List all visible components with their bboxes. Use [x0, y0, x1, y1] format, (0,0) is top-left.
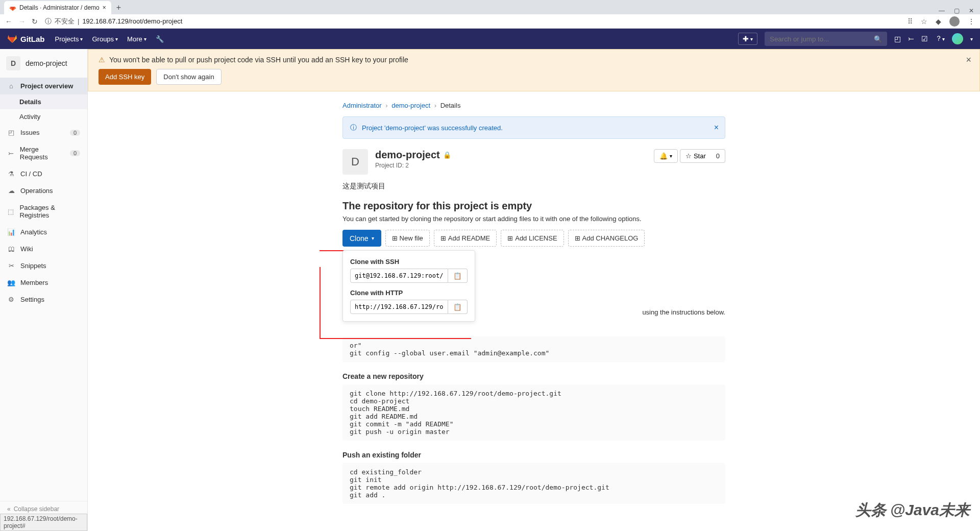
package-icon: ⬚: [7, 208, 15, 215]
copy-http-button[interactable]: 📋: [448, 300, 468, 314]
search-input[interactable]: [770, 35, 874, 43]
home-icon: ⌂: [7, 82, 15, 90]
user-avatar[interactable]: [952, 33, 963, 44]
breadcrumb-admin[interactable]: Administrator: [342, 102, 382, 109]
add-ssh-key-button[interactable]: Add SSH key: [99, 69, 151, 85]
close-window-icon[interactable]: ✕: [969, 7, 974, 14]
sidebar-item-analytics[interactable]: 📊Analytics: [0, 224, 87, 240]
instructions-hint: using the instructions below.: [491, 308, 725, 316]
back-icon[interactable]: ←: [5, 17, 12, 26]
minimize-icon[interactable]: —: [939, 7, 945, 14]
user-menu-caret[interactable]: ▾: [970, 36, 973, 42]
star-button[interactable]: ☆Star: [680, 149, 712, 163]
ssh-key-banner: ⚠ You won't be able to pull or push proj…: [88, 49, 980, 91]
add-license-button[interactable]: ⊞Add LICENSE: [501, 230, 564, 247]
rocket-icon: ⚗: [7, 170, 15, 178]
dont-show-again-button[interactable]: Don't show again: [156, 69, 221, 85]
wrench-icon[interactable]: 🔧: [156, 35, 164, 43]
clone-button[interactable]: Clone▾: [342, 230, 381, 247]
maximize-icon[interactable]: ▢: [954, 7, 960, 14]
notification-button[interactable]: 🔔▾: [654, 149, 678, 163]
insecure-label: 不安全: [55, 17, 75, 26]
sidebar-item-settings[interactable]: ⚙Settings: [0, 291, 87, 308]
nav-projects[interactable]: Projects▾: [55, 35, 83, 43]
project-title: demo-project🔒: [375, 149, 451, 161]
url-text: 192.168.67.129/root/demo-project: [82, 17, 182, 25]
help-icon[interactable]: ？▾: [935, 34, 945, 43]
gitlab-logo[interactable]: GitLab: [7, 34, 45, 44]
sidebar-item-issues[interactable]: ◰Issues0: [0, 124, 87, 141]
sidebar-item-cicd[interactable]: ⚗CI / CD: [0, 165, 87, 182]
clone-http-label: Clone with HTTP: [350, 289, 468, 297]
close-success-icon[interactable]: ×: [714, 123, 719, 132]
browser-tab[interactable]: Details · Administrator / demo ×: [4, 1, 111, 14]
breadcrumb-project[interactable]: demo-project: [391, 102, 430, 109]
project-description: 这是测试项目: [342, 182, 725, 191]
search-box[interactable]: 🔍: [765, 32, 887, 46]
plus-icon: ⊞: [392, 234, 398, 242]
sidebar-item-overview[interactable]: ⌂Project overview: [0, 78, 87, 94]
nav-groups[interactable]: Groups▾: [92, 35, 118, 43]
sidebar-item-wiki[interactable]: 🕮Wiki: [0, 240, 87, 257]
gitlab-favicon: [9, 4, 16, 11]
empty-repo-title: The repository for this project is empty: [342, 200, 725, 212]
todos-icon[interactable]: ☑: [921, 35, 928, 43]
clone-http-input[interactable]: [350, 300, 448, 314]
new-menu-button[interactable]: ✚ ▾: [738, 33, 757, 45]
nav-more[interactable]: More▾: [127, 35, 146, 43]
status-bar: 192.168.67.129/root/demo-project#: [0, 514, 87, 531]
push-folder-code: cd existing_folder git init git remote a…: [342, 463, 725, 504]
mr-icon[interactable]: ⤚: [908, 35, 914, 43]
project-avatar-small: D: [6, 56, 20, 70]
clone-ssh-input[interactable]: [350, 269, 448, 283]
add-readme-button[interactable]: ⊞Add README: [434, 230, 497, 247]
bell-icon: 🔔: [659, 152, 668, 160]
plus-icon: ⊞: [440, 234, 446, 242]
scissors-icon: ✂: [7, 262, 15, 270]
bookmark-icon[interactable]: ☆: [921, 17, 927, 26]
close-banner-icon[interactable]: ×: [966, 55, 971, 65]
sidebar-item-operations[interactable]: ☁Operations: [0, 182, 87, 199]
add-changelog-button[interactable]: ⊞Add CHANGELOG: [568, 230, 645, 247]
sidebar-item-mr[interactable]: ⤚Merge Requests0: [0, 141, 87, 165]
sidebar-item-details[interactable]: Details: [0, 94, 87, 109]
clone-ssh-label: Clone with SSH: [350, 258, 468, 266]
gear-icon: ⚙: [7, 296, 15, 303]
star-icon: ☆: [685, 152, 692, 160]
browser-tabs: Details · Administrator / demo × + — ▢ ✕: [0, 0, 980, 14]
search-icon: 🔍: [874, 35, 882, 43]
translate-icon[interactable]: ⠿: [908, 17, 913, 26]
success-banner: ⓘ Project 'demo-project' was successfull…: [342, 116, 725, 139]
chevron-left-icon: «: [7, 505, 11, 513]
book-icon: 🕮: [7, 245, 15, 253]
breadcrumb-details: Details: [440, 102, 461, 109]
merge-icon: ⤚: [7, 150, 15, 157]
sidebar-item-packages[interactable]: ⬚Packages & Registries: [0, 199, 87, 224]
sidebar-item-members[interactable]: 👥Members: [0, 274, 87, 291]
profile-icon[interactable]: [949, 16, 960, 27]
cloud-icon: ☁: [7, 187, 15, 195]
sidebar-item-activity[interactable]: Activity: [0, 109, 87, 124]
copy-ssh-button[interactable]: 📋: [448, 269, 468, 283]
copy-icon: 📋: [453, 272, 462, 280]
info-icon: ⓘ: [45, 17, 52, 26]
success-text: Project 'demo-project' was successfully …: [362, 124, 503, 132]
new-tab-button[interactable]: +: [111, 1, 198, 14]
menu-icon[interactable]: ⋮: [968, 17, 975, 26]
sidebar-item-snippets[interactable]: ✂Snippets: [0, 257, 87, 274]
url-bar[interactable]: ⓘ 不安全 | 192.168.67.129/root/demo-project: [45, 17, 182, 26]
create-repo-heading: Create a new repository: [342, 372, 725, 380]
extension-icon[interactable]: ◆: [936, 17, 941, 26]
reload-icon[interactable]: ↻: [32, 17, 38, 26]
sidebar-context[interactable]: D demo-project: [0, 49, 87, 78]
forward-icon[interactable]: →: [18, 17, 26, 26]
close-icon[interactable]: ×: [103, 4, 106, 11]
clone-dropdown: Clone with SSH 📋 Clone with HTTP 📋: [342, 250, 475, 322]
create-repo-code: git clone http://192.168.67.129/root/dem…: [342, 384, 725, 441]
instructions: using the instructions below. or" git co…: [342, 308, 725, 504]
new-file-button[interactable]: ⊞New file: [385, 230, 430, 247]
push-folder-heading: Push an existing folder: [342, 451, 725, 459]
gitlab-icon: [7, 34, 17, 44]
info-icon: ⓘ: [350, 123, 357, 132]
issues-icon[interactable]: ◰: [894, 35, 901, 43]
